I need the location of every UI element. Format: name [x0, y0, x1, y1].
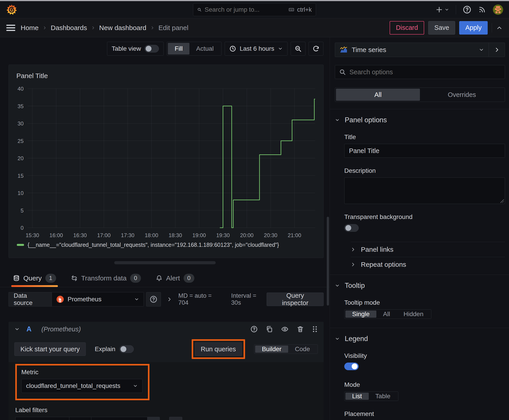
add-filter-button[interactable] — [169, 417, 182, 420]
trash-icon[interactable] — [297, 326, 304, 333]
tab-alert[interactable]: Alert 0 — [156, 269, 194, 287]
transparent-bg-label: Transparent background — [344, 213, 505, 221]
scrollbar-thumb[interactable] — [327, 217, 329, 306]
table-view-control: Table view — [107, 42, 164, 56]
legend-visibility-toggle[interactable] — [344, 363, 359, 370]
actual-option[interactable]: Actual — [190, 43, 220, 54]
options-search-input[interactable] — [349, 68, 501, 76]
eye-icon[interactable] — [281, 326, 289, 333]
fill-actual-segment: Fill Actual — [167, 42, 221, 56]
legend-mode-table[interactable]: Table — [369, 393, 397, 400]
fill-option[interactable]: Fill — [168, 43, 190, 54]
legend-section[interactable]: Legend — [335, 335, 505, 343]
chevron-down-icon — [335, 118, 340, 122]
select-value-dropdown[interactable]: Select value — [91, 417, 147, 420]
legend-series-label[interactable]: {__name__="cloudflared_tunnel_total_requ… — [28, 242, 279, 248]
tooltip-hidden-option[interactable]: Hidden — [397, 310, 430, 318]
metric-select[interactable]: cloudflared_tunnel_total_requests — [21, 379, 143, 393]
panel-options-sidebar: Time series All Overrides Panel options … — [330, 37, 509, 420]
zoom-out-button[interactable] — [291, 42, 305, 56]
chevron-right-icon — [43, 26, 47, 30]
explain-toggle[interactable] — [119, 345, 134, 353]
breadcrumb-bar: Home Dashboards New dashboard Edit panel… — [0, 18, 509, 37]
query-row-header[interactable]: A (Prometheus) — [8, 322, 324, 337]
svg-text:40: 40 — [17, 86, 23, 92]
global-search[interactable]: ctrl+k — [193, 3, 316, 16]
pane-resize-handle[interactable] — [114, 261, 216, 264]
active-tab-underline — [11, 285, 58, 287]
datasource-name: Prometheus — [68, 296, 101, 303]
select-label-dropdown[interactable]: Select label — [15, 417, 69, 420]
help-button[interactable] — [463, 5, 471, 14]
discard-button[interactable]: Discard — [390, 21, 424, 35]
tooltip-section[interactable]: Tooltip — [335, 282, 505, 290]
help-icon[interactable] — [251, 326, 258, 333]
query-toolbar: Kick start your query Explain Run querie… — [8, 337, 324, 359]
new-menu-button[interactable] — [436, 6, 449, 13]
operator-dropdown[interactable]: = — [69, 417, 91, 420]
collapse-chevron-icon[interactable] — [496, 24, 503, 31]
legend-mode-list[interactable]: List — [345, 393, 369, 400]
chevron-right-icon — [91, 26, 95, 30]
run-queries-highlight: Run queries — [192, 339, 245, 359]
remove-filter-button[interactable] — [147, 417, 160, 420]
mega-menu-button[interactable] — [6, 24, 15, 31]
tab-overrides[interactable]: Overrides — [420, 89, 504, 101]
panel-links-section[interactable]: Panel links — [350, 242, 505, 257]
viz-suggestions-button[interactable] — [489, 43, 505, 57]
global-search-input[interactable] — [205, 6, 286, 13]
nav-divider — [456, 5, 456, 14]
duplicate-icon[interactable] — [266, 326, 273, 333]
collapse-chevron-icon[interactable] — [14, 326, 20, 332]
breadcrumb-edit-panel: Edit panel — [159, 24, 188, 32]
query-inspector-button[interactable]: Query inspector — [267, 292, 324, 306]
panel-title[interactable]: Panel Title — [9, 69, 323, 82]
save-button[interactable]: Save — [428, 21, 455, 35]
plus-icon — [436, 6, 443, 13]
resize-grip-icon[interactable] — [500, 199, 504, 203]
time-range-picker[interactable]: Last 6 hours — [225, 42, 288, 56]
repeat-options-section[interactable]: Repeat options — [350, 257, 505, 272]
kickstart-button[interactable]: Kick start your query — [14, 342, 86, 356]
datasource-picker[interactable]: Prometheus — [52, 292, 144, 307]
panel-title-input[interactable] — [344, 144, 505, 158]
refresh-button[interactable] — [309, 42, 323, 56]
tooltip-single-option[interactable]: Single — [345, 310, 376, 318]
tab-alert-label: Alert — [166, 274, 180, 282]
legend-mode-segment: List Table — [344, 391, 398, 401]
tab-all[interactable]: All — [336, 89, 420, 101]
query-ref-id[interactable]: A — [26, 325, 31, 333]
description-textarea[interactable] — [344, 178, 505, 204]
metric-value: cloudflared_tunnel_total_requests — [26, 382, 120, 390]
panel-options-section[interactable]: Panel options — [335, 116, 505, 124]
time-series-chart[interactable]: 051015202530354015:3016:0016:3017:0017:3… — [9, 82, 323, 241]
breadcrumb-home[interactable]: Home — [21, 24, 38, 32]
tab-query[interactable]: Query 1 — [13, 269, 56, 287]
tab-transform[interactable]: Transform data 0 — [71, 269, 141, 287]
drag-grip-icon[interactable] — [312, 326, 318, 333]
help-icon — [463, 5, 471, 14]
breadcrumb-new-dashboard[interactable]: New dashboard — [99, 24, 146, 32]
builder-option[interactable]: Builder — [255, 345, 288, 353]
tooltip-all-option[interactable]: All — [376, 310, 397, 318]
options-search[interactable] — [335, 65, 505, 79]
tooltip-mode-label: Tooltip mode — [344, 299, 505, 306]
table-view-toggle[interactable] — [144, 45, 159, 52]
breadcrumb-dashboards[interactable]: Dashboards — [51, 24, 87, 32]
visualization-picker[interactable]: Time series — [335, 43, 489, 57]
grafana-logo[interactable] — [6, 4, 17, 15]
search-icon — [339, 69, 346, 75]
datasource-help-button[interactable] — [146, 292, 161, 307]
code-option[interactable]: Code — [288, 345, 317, 353]
news-button[interactable] — [478, 6, 486, 14]
search-icon — [197, 7, 202, 13]
chart-legend: {__name__="cloudflared_tunnel_total_requ… — [9, 242, 323, 248]
run-queries-button[interactable]: Run queries — [195, 342, 242, 356]
legend-series-swatch[interactable] — [17, 244, 24, 246]
transparent-bg-toggle[interactable] — [344, 224, 359, 232]
svg-text:18:00: 18:00 — [145, 232, 158, 238]
apply-button[interactable]: Apply — [459, 21, 488, 35]
chevron-down-icon — [335, 283, 340, 288]
user-avatar[interactable] — [493, 5, 503, 15]
expand-chevron-icon[interactable] — [167, 297, 172, 302]
